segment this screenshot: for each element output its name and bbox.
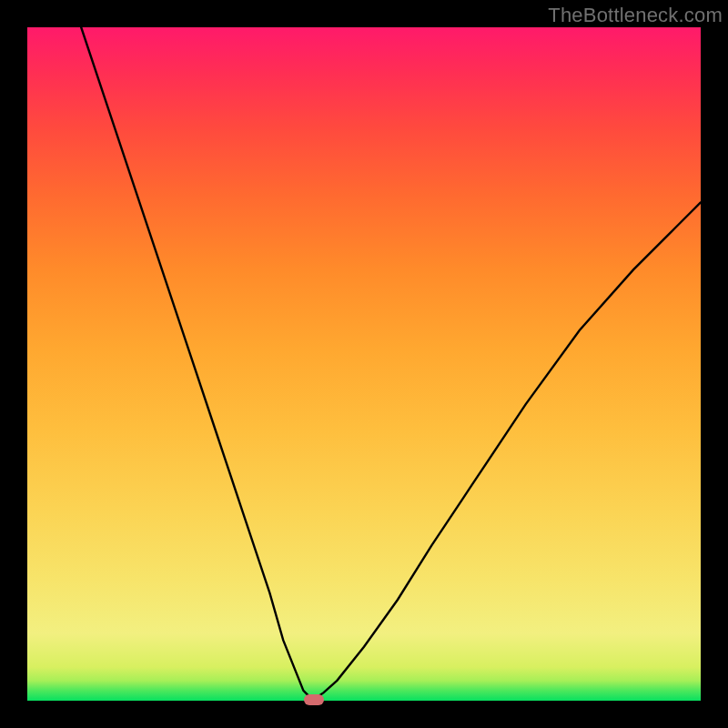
chart-container: TheBottleneck.com (0, 0, 728, 728)
bottleneck-curve (27, 27, 701, 701)
plot-area (27, 27, 701, 701)
watermark-text: TheBottleneck.com (548, 4, 723, 27)
bottleneck-marker (304, 694, 324, 705)
